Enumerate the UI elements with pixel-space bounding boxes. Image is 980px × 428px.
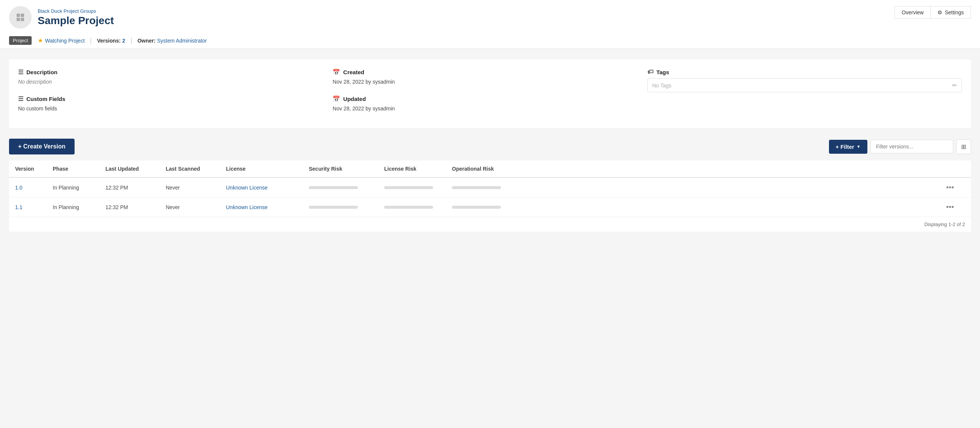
col-license: License: [226, 164, 309, 173]
svg-rect-2: [17, 18, 20, 21]
header-actions: Overview ⚙ Settings: [894, 6, 971, 22]
displaying-label: Displaying 1-2 of 2: [9, 217, 971, 232]
license-risk-cell-1-1: [384, 206, 452, 209]
more-options-button-1-0[interactable]: •••: [946, 183, 954, 192]
dates-section: 📅 Created Nov 28, 2022 by sysadmin 📅 Upd…: [332, 68, 647, 119]
description-value: No description: [18, 79, 325, 85]
page-wrapper: Black Duck Project Groups Sample Project…: [0, 0, 980, 428]
breadcrumb: Black Duck Project Groups: [38, 8, 114, 14]
license-risk-cell-1-0: [384, 186, 452, 189]
tag-icon: 🏷: [648, 68, 654, 75]
divider-1: |: [90, 37, 92, 45]
tags-value: No Tags: [652, 83, 671, 89]
col-last-updated: Last Updated: [105, 164, 166, 173]
tags-title: 🏷 Tags: [648, 68, 962, 75]
table-header: Version Phase Last Updated Last Scanned …: [9, 161, 971, 178]
project-logo-icon: [14, 11, 27, 24]
svg-rect-1: [21, 14, 24, 17]
version-link-1-1[interactable]: 1.1: [15, 204, 53, 210]
phase-cell-1-1: In Planning: [53, 204, 105, 210]
header-title-area: Black Duck Project Groups Sample Project: [38, 8, 114, 27]
col-version: Version: [15, 164, 53, 173]
operational-risk-cell-1-1: [452, 206, 946, 209]
versions-count-label: Versions: 2: [97, 38, 125, 44]
version-link-1-0[interactable]: 1.0: [15, 185, 53, 191]
filter-button[interactable]: + Filter ▼: [829, 140, 868, 154]
columns-filter-icon: ⊞: [961, 143, 966, 150]
filter-area: + Filter ▼ ⊞: [829, 139, 971, 154]
calendar-icon: 📅: [332, 68, 340, 76]
col-phase: Phase: [53, 164, 105, 173]
last-updated-cell-1-0: 12:32 PM: [105, 185, 166, 191]
col-security-risk: Security Risk: [309, 164, 384, 173]
overview-button[interactable]: Overview: [894, 6, 930, 19]
license-cell-1-0[interactable]: Unknown License: [226, 185, 309, 191]
col-operational-risk: Operational Risk: [452, 164, 946, 173]
last-scanned-cell-1-0: Never: [166, 185, 226, 191]
phase-cell-1-0: In Planning: [53, 185, 105, 191]
security-risk-cell-1-1: [309, 206, 384, 209]
license-cell-1-1[interactable]: Unknown License: [226, 204, 309, 210]
sub-header: Project ★ Watching Project | Versions: 2…: [9, 32, 971, 49]
description-section: ☰ Description No description ☰ Custom Fi…: [18, 68, 332, 119]
filter-columns-button[interactable]: ⊞: [956, 139, 971, 154]
calendar2-icon: 📅: [332, 95, 340, 102]
col-license-risk: License Risk: [384, 164, 452, 173]
created-title: 📅 Created: [332, 68, 640, 76]
col-actions: [946, 164, 965, 173]
star-icon: ★: [38, 37, 43, 44]
created-value: Nov 28, 2022 by sysadmin: [332, 79, 640, 85]
updated-value: Nov 28, 2022 by sysadmin: [332, 105, 640, 111]
security-risk-cell-1-0: [309, 186, 384, 189]
page-header: Black Duck Project Groups Sample Project…: [0, 0, 980, 49]
operational-risk-cell-1-0: [452, 186, 946, 189]
svg-rect-0: [17, 14, 20, 17]
last-scanned-cell-1-1: Never: [166, 204, 226, 210]
hamburger-icon: ☰: [18, 68, 23, 76]
list-icon: ☰: [18, 95, 23, 102]
filter-versions-input[interactable]: [870, 140, 953, 153]
more-options-button-1-1[interactable]: •••: [946, 203, 954, 212]
create-version-button[interactable]: + Create Version: [9, 138, 75, 154]
versions-toolbar: + Create Version + Filter ▼ ⊞: [9, 138, 971, 154]
watch-project-button[interactable]: ★ Watching Project: [38, 37, 84, 44]
svg-rect-3: [21, 18, 24, 21]
col-last-scanned: Last Scanned: [166, 164, 226, 173]
gear-icon: ⚙: [937, 10, 942, 16]
last-updated-cell-1-1: 12:32 PM: [105, 204, 166, 210]
info-grid: ☰ Description No description ☰ Custom Fi…: [9, 59, 971, 128]
description-title: ☰ Description: [18, 68, 325, 76]
project-badge: Project: [9, 36, 32, 45]
project-icon: [9, 6, 32, 29]
chevron-down-icon: ▼: [856, 144, 861, 149]
main-content: ☰ Description No description ☰ Custom Fi…: [0, 49, 980, 242]
custom-fields-title: ☰ Custom Fields: [18, 95, 325, 102]
divider-2: |: [130, 37, 132, 45]
edit-icon[interactable]: ✏: [952, 82, 957, 89]
updated-title: 📅 Updated: [332, 95, 640, 102]
custom-fields-value: No custom fields: [18, 105, 325, 111]
table-row: 1.1 In Planning 12:32 PM Never Unknown L…: [9, 197, 971, 217]
tags-section: 🏷 Tags No Tags ✏: [648, 68, 962, 119]
table-row: 1.0 In Planning 12:32 PM Never Unknown L…: [9, 178, 971, 197]
page-title: Sample Project: [38, 15, 114, 27]
tags-box[interactable]: No Tags ✏: [648, 78, 962, 92]
settings-button[interactable]: ⚙ Settings: [930, 6, 971, 19]
header-top: Black Duck Project Groups Sample Project: [9, 6, 114, 29]
owner-label: Owner: System Administrator: [137, 38, 207, 44]
versions-table: Version Phase Last Updated Last Scanned …: [9, 161, 971, 232]
